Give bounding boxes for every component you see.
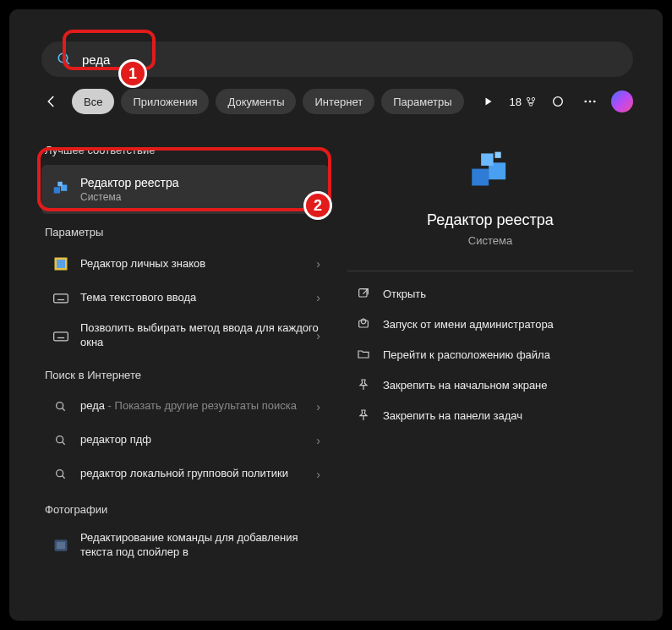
best-match-subtitle: Система [80, 191, 179, 203]
chevron-right-icon: › [316, 468, 320, 481]
search-icon [52, 397, 70, 416]
section-params: Параметры [45, 226, 329, 238]
svg-point-3 [527, 97, 530, 101]
results-column: Лучшее соответствие Редактор реестра Сис… [41, 132, 329, 567]
keyboard-icon [52, 288, 70, 307]
svg-rect-30 [57, 542, 65, 549]
regedit-icon [52, 180, 70, 199]
pin-icon [356, 408, 371, 423]
svg-point-8 [589, 101, 592, 103]
more-icon[interactable] [579, 90, 601, 112]
search-query: реда [82, 52, 110, 67]
section-web: Поиск в Интернете [45, 369, 329, 381]
folder-icon [356, 347, 371, 362]
svg-point-6 [554, 97, 563, 107]
svg-rect-35 [359, 289, 367, 297]
divider [347, 271, 633, 271]
chevron-right-icon: › [316, 329, 320, 342]
open-icon [356, 286, 371, 301]
section-best-match: Лучшее соответствие [45, 144, 329, 156]
regedit-large-icon [466, 149, 515, 198]
circle-icon[interactable] [547, 90, 569, 112]
svg-rect-14 [57, 260, 65, 268]
chevron-right-icon: › [316, 257, 320, 271]
web-item-1[interactable]: редактор пдф › [41, 424, 329, 457]
best-match-item[interactable]: Редактор реестра Система [41, 165, 329, 214]
action-open[interactable]: Открыть [347, 278, 633, 309]
detail-subtitle: Система [468, 234, 512, 247]
svg-rect-10 [54, 187, 60, 193]
search-panel: реда Все Приложения Документы Интернет П… [9, 9, 663, 621]
svg-point-5 [529, 103, 533, 107]
search-icon [57, 52, 72, 67]
svg-rect-12 [57, 182, 63, 187]
action-pin-start[interactable]: Закрепить на начальном экране [347, 370, 633, 400]
eudcedit-icon [52, 255, 70, 273]
svg-rect-21 [54, 332, 68, 341]
keyboard-icon [52, 326, 70, 345]
tab-all[interactable]: Все [72, 89, 114, 114]
svg-rect-31 [472, 169, 489, 186]
best-match-title: Редактор реестра [80, 176, 179, 189]
section-photos: Фотографии [45, 503, 329, 516]
action-run-admin[interactable]: Запуск от имени администратора [347, 309, 633, 339]
tab-apps[interactable]: Приложения [121, 89, 209, 114]
svg-rect-33 [481, 153, 494, 166]
svg-rect-15 [54, 294, 68, 303]
play-icon[interactable] [478, 90, 500, 112]
detail-title: Редактор реестра [427, 211, 554, 229]
svg-point-7 [584, 101, 587, 103]
search-icon [52, 465, 70, 484]
svg-line-24 [62, 408, 64, 410]
detail-header: Редактор реестра Система [347, 132, 633, 267]
back-button[interactable] [41, 91, 62, 112]
svg-rect-34 [494, 152, 500, 158]
svg-line-1 [66, 61, 69, 64]
svg-line-26 [62, 441, 64, 444]
detail-pane: Редактор реестра Система Открыть Запуск … [347, 132, 633, 430]
svg-marker-2 [485, 98, 491, 106]
annotation-badge-2: 2 [303, 191, 332, 220]
chevron-right-icon: › [316, 434, 320, 447]
controls: 18 [478, 90, 633, 112]
annotation-badge-1: 1 [118, 59, 147, 88]
svg-point-4 [532, 97, 535, 101]
shield-icon [356, 316, 371, 331]
svg-line-28 [62, 475, 64, 478]
search-icon [52, 431, 70, 450]
web-item-2[interactable]: редактор локальной групповой политики › [41, 457, 329, 491]
tabs-row: Все Приложения Документы Интернет Параме… [41, 87, 633, 116]
best-match-text: Редактор реестра Система [80, 176, 179, 203]
pin-icon [356, 377, 371, 392]
param-item-1[interactable]: Тема текстового ввода › [41, 281, 329, 315]
action-pin-taskbar[interactable]: Закрепить на панели задач [347, 400, 633, 430]
tab-settings[interactable]: Параметры [381, 89, 463, 114]
param-item-0[interactable]: Редактор личных знаков › [41, 247, 329, 281]
photo-item-0[interactable]: Редактирование команды для добавления те… [41, 524, 329, 567]
svg-point-0 [58, 53, 68, 63]
image-icon [52, 536, 70, 555]
action-open-location[interactable]: Перейти к расположению файла [347, 339, 633, 370]
svg-point-9 [593, 101, 596, 103]
web-item-0[interactable]: реда - Показать другие результаты поиска… [41, 390, 329, 424]
chevron-right-icon: › [316, 291, 320, 304]
param-item-2[interactable]: Позволить выбирать метод ввода для каждо… [41, 315, 329, 357]
tab-documents[interactable]: Документы [216, 89, 296, 114]
tab-internet[interactable]: Интернет [303, 89, 374, 114]
chevron-right-icon: › [316, 400, 320, 414]
copilot-icon[interactable] [611, 90, 633, 112]
points-display[interactable]: 18 [510, 96, 537, 108]
